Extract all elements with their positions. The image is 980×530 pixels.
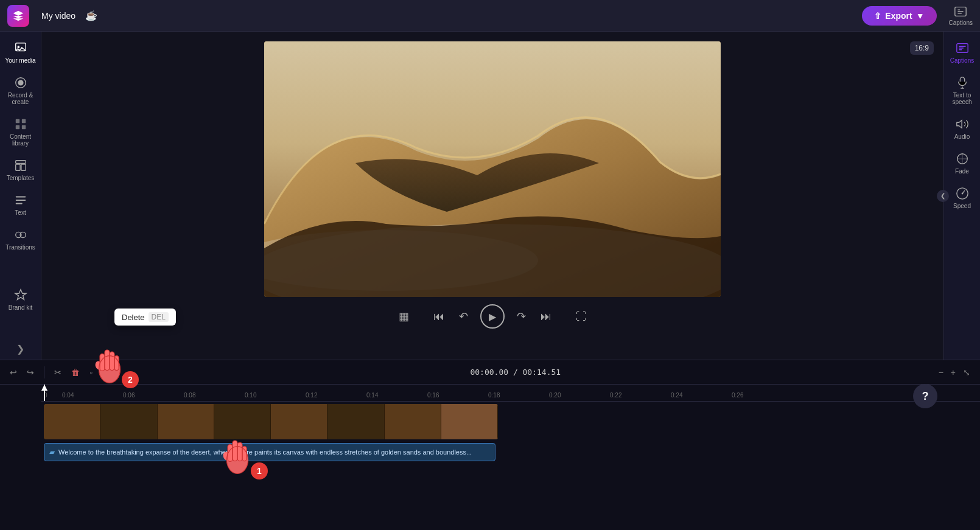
sidebar-item-brand-kit[interactable]: Brand kit xyxy=(2,284,39,316)
timeline-left-gutter xyxy=(0,385,41,530)
text-label: Text xyxy=(15,209,26,216)
your-media-label: Your media xyxy=(5,57,35,64)
fade-icon xyxy=(956,152,969,166)
zoom-in-button[interactable]: + xyxy=(948,365,958,380)
right-sidebar-speed[interactable]: Speed xyxy=(945,182,979,214)
sidebar-item-text[interactable]: Text xyxy=(2,189,39,221)
export-label: Export xyxy=(885,11,912,21)
sidebar-item-your-media[interactable]: Your media xyxy=(2,37,39,69)
play-button[interactable]: ▶ xyxy=(480,304,505,329)
mask-button[interactable]: ▦ xyxy=(399,310,409,323)
library-icon xyxy=(14,117,27,131)
caption-clip-icon: ▰ xyxy=(49,448,55,456)
speed-icon xyxy=(956,187,969,200)
ruler-marks: 0 0:04 0:06 0:08 0:10 0:12 0:14 0:16 0:1… xyxy=(41,392,793,399)
ruler-mark-024: 0:24 xyxy=(671,392,732,399)
right-panel-toggle[interactable]: ❮ xyxy=(937,190,949,202)
skip-forward-button[interactable]: ⏭ xyxy=(538,308,554,326)
sidebar-item-transitions[interactable]: Transitions xyxy=(2,223,39,256)
timeline-area: ↩ ↪ ✂ 🗑 ◦ 00:00.00 / 00:14.51 − + ⤡ 0 0:… xyxy=(0,360,980,530)
left-sidebar: Your media Record & create Content libra… xyxy=(0,32,41,360)
help-button[interactable]: ? xyxy=(913,384,937,408)
sidebar-item-content-library[interactable]: Content library xyxy=(2,113,39,152)
right-sidebar-tts[interactable]: Text to speech xyxy=(945,71,979,110)
video-strip xyxy=(44,404,498,439)
right-sidebar-captions[interactable]: Captions xyxy=(945,37,979,69)
desert-scene xyxy=(264,41,721,297)
sidebar-expand-button[interactable]: ❯ xyxy=(16,343,24,355)
video-strip-8 xyxy=(441,404,498,439)
caption-clip-text: Welcome to the breathtaking expanse of t… xyxy=(58,448,472,456)
zoom-out-button[interactable]: − xyxy=(936,365,946,380)
svg-point-2 xyxy=(17,46,19,48)
forward-button[interactable]: ↷ xyxy=(514,307,528,326)
tts-label: Text to speech xyxy=(948,92,977,105)
undo-button[interactable]: ↩ xyxy=(7,365,19,380)
sidebar-item-templates[interactable]: Templates xyxy=(2,154,39,186)
video-strip-2 xyxy=(100,404,157,439)
svg-rect-11 xyxy=(21,164,25,170)
captions-btn-label: Captions xyxy=(949,19,973,26)
svg-rect-5 xyxy=(15,119,19,123)
timeline-content[interactable]: 0 0:04 0:06 0:08 0:10 0:12 0:14 0:16 0:1… xyxy=(41,385,980,530)
duplicate-button[interactable]: ◦ xyxy=(87,365,95,380)
ruler-mark-016: 0:16 xyxy=(427,392,488,399)
skip-back-button[interactable]: ⏮ xyxy=(431,308,447,326)
text-icon xyxy=(14,194,27,207)
ruler-mark-010: 0:10 xyxy=(245,392,306,399)
captions-panel-button[interactable]: Captions xyxy=(949,5,973,26)
ruler-mark-026: 0:26 xyxy=(732,392,793,399)
tts-icon xyxy=(956,76,969,89)
video-title[interactable]: My video xyxy=(37,9,80,23)
right-sidebar-fade[interactable]: Fade xyxy=(945,147,979,180)
templates-label: Templates xyxy=(7,175,35,181)
playback-controls: ▦ ⏮ ↶ ▶ ↷ ⏭ ⛶ xyxy=(399,304,587,329)
save-icon[interactable]: ☕ xyxy=(85,10,97,21)
ruler-mark-004: 0:04 xyxy=(62,392,123,399)
timeline-ruler: 0 0:04 0:06 0:08 0:10 0:12 0:14 0:16 0:1… xyxy=(41,385,980,402)
right-sidebar: ❮ Captions Text to speech Audio xyxy=(943,32,980,360)
ruler-mark-018: 0:18 xyxy=(488,392,549,399)
ruler-mark-022: 0:22 xyxy=(610,392,671,399)
video-clip[interactable] xyxy=(44,404,498,439)
ruler-mark-014: 0:14 xyxy=(366,392,427,399)
export-icon: ⇧ xyxy=(874,11,881,21)
timeline-time-display: 00:00.00 / 00:14.51 xyxy=(100,368,931,377)
canvas-area: 16:9 xyxy=(41,32,943,360)
cut-button[interactable]: ✂ xyxy=(52,365,64,380)
delete-menu-item[interactable]: Delete xyxy=(122,313,145,322)
app-logo[interactable] xyxy=(7,5,29,27)
svg-rect-7 xyxy=(15,125,19,129)
templates-icon xyxy=(14,159,27,172)
sidebar-item-record[interactable]: Record & create xyxy=(2,71,39,110)
svg-point-3 xyxy=(18,80,23,85)
captions-right-label: Captions xyxy=(950,57,974,64)
video-strip-6 xyxy=(327,404,384,439)
export-button[interactable]: ⇧ Export ▼ xyxy=(862,6,936,26)
delete-button[interactable]: 🗑 xyxy=(69,365,82,380)
svg-rect-10 xyxy=(15,164,19,170)
video-strip-5 xyxy=(271,404,327,439)
svg-point-19 xyxy=(961,193,963,195)
brand-icon xyxy=(14,288,27,302)
ruler-mark-020: 0:20 xyxy=(549,392,610,399)
ruler-mark-012: 0:12 xyxy=(306,392,366,399)
redo-button[interactable]: ↪ xyxy=(24,365,37,380)
context-menu: Delete DEL xyxy=(114,309,176,326)
right-sidebar-audio[interactable]: Audio xyxy=(945,113,979,145)
fullscreen-button[interactable]: ⛶ xyxy=(576,310,587,323)
transitions-label: Transitions xyxy=(5,244,35,251)
video-strip-3 xyxy=(158,404,214,439)
timeline-playhead[interactable] xyxy=(44,385,45,401)
video-strip-1 xyxy=(44,404,100,439)
video-strip-7 xyxy=(385,404,441,439)
video-background xyxy=(264,41,721,297)
aspect-ratio-badge[interactable]: 16:9 xyxy=(910,41,934,55)
fit-button[interactable]: ⤡ xyxy=(961,365,973,380)
delete-shortcut: DEL xyxy=(149,312,169,322)
timeline-toolbar: ↩ ↪ ✂ 🗑 ◦ 00:00.00 / 00:14.51 − + ⤡ xyxy=(0,360,980,385)
caption-clip[interactable]: ▰ Welcome to the breathtaking expanse of… xyxy=(44,443,495,461)
video-strip-4 xyxy=(214,404,271,439)
rewind-button[interactable]: ↶ xyxy=(457,307,471,326)
speed-label: Speed xyxy=(953,203,971,209)
